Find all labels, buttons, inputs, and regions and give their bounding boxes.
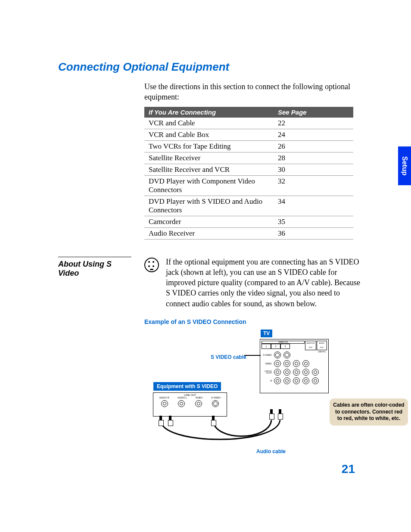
- plug-icon: [211, 416, 215, 427]
- tv-panel: VIDEO IN 1 3 4 MONITOR OUT AUDIO OUT (VA…: [260, 339, 329, 393]
- audio-cable-label: Audio cable: [256, 448, 286, 454]
- page-number: 21: [342, 462, 355, 476]
- connection-diagram: TV VIDEO IN 1 3 4 MONITOR OUT AUDIO OUT …: [106, 330, 364, 459]
- table-head-col1: If You Are Connecting: [144, 107, 274, 118]
- plug-icon: [168, 416, 172, 427]
- table-row: VCR and Cable22: [144, 118, 353, 129]
- table-head-col2: See Page: [274, 107, 353, 118]
- table-row: Satellite Receiver28: [144, 152, 353, 164]
- table-row: DVD Player with S VIDEO and Audio Connec…: [144, 196, 353, 216]
- callout-note: Cables are often color-coded to connecto…: [330, 398, 408, 426]
- table-row: Audio Receiver36: [144, 227, 353, 239]
- page-content: Connecting Optional Equipment Use the di…: [0, 0, 411, 485]
- side-heading: About Using S Video: [58, 257, 131, 309]
- intro-text: Use the directions in this section to co…: [144, 81, 364, 103]
- connection-table: If You Are Connecting See Page VCR and C…: [144, 107, 353, 240]
- table-row: Satellite Receiver and VCR30: [144, 164, 353, 175]
- plug-icon: [278, 409, 282, 420]
- plug-icon: [269, 409, 274, 420]
- plug-icon: [159, 416, 163, 427]
- svideo-section: About Using S Video If the optional equi…: [58, 257, 364, 309]
- table-row: DVD Player with Component Video Connecto…: [144, 175, 353, 196]
- svideo-cable-label: S VIDEO cable: [211, 355, 246, 360]
- svideo-body: If the optional equipment you are connec…: [166, 257, 364, 309]
- svideo-jack-icon: [144, 258, 162, 274]
- table-row: Camcorder35: [144, 216, 353, 227]
- example-title: Example of an S VIDEO Connection: [144, 318, 364, 325]
- page-heading: Connecting Optional Equipment: [58, 60, 364, 74]
- equipment-panel: LINE OUT AUDIO R AUDIO L VIDEO S VIDEO: [153, 392, 227, 417]
- equipment-label: Equipment with S VIDEO: [153, 382, 221, 391]
- tv-label: TV: [261, 330, 272, 337]
- table-row: Two VCRs for Tape Editing26: [144, 140, 353, 152]
- table-row: VCR and Cable Box24: [144, 129, 353, 140]
